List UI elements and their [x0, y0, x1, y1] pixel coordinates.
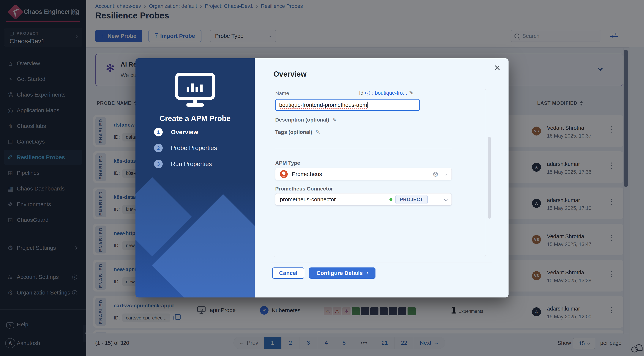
text-caret — [368, 102, 368, 108]
chevron-down-icon — [444, 198, 448, 201]
apm-type-select[interactable]: Prometheus ⊗ — [275, 168, 452, 180]
tags-row: Tags (optional) ✎ — [275, 129, 320, 135]
edit-description-icon[interactable]: ✎ — [332, 116, 337, 123]
modal-title: Create a APM Probe — [136, 114, 255, 123]
cancel-button[interactable]: Cancel — [272, 268, 304, 279]
probe-id-row: Id i : boutique-fro... ✎ — [359, 90, 414, 96]
close-icon[interactable]: × — [494, 62, 500, 73]
description-row: Description (optional) ✎ — [275, 116, 337, 123]
modal-form-panel: × Overview Name Id i : boutique-fro... ✎… — [255, 58, 508, 298]
prometheus-connector-select[interactable]: prometheus-connector PROJECT — [275, 193, 452, 206]
apm-monitor-icon — [174, 72, 216, 109]
form-heading: Overview — [273, 70, 306, 78]
edit-id-icon[interactable]: ✎ — [409, 90, 414, 96]
probe-id-value: : boutique-fro... — [372, 90, 407, 96]
wizard-step-run-properties[interactable]: 3 Run Properties — [154, 160, 212, 168]
chevron-down-icon — [444, 172, 448, 176]
chaos-engineering-app: Chaos Engineering ▢ PROJECT Chaos-Dev1 ⌂… — [0, 0, 644, 356]
wizard-step-probe-properties[interactable]: 2 Probe Properties — [154, 144, 217, 152]
probe-name-input[interactable]: boutique-frontend-prometheus-apm — [275, 99, 420, 111]
chevron-right-icon — [366, 272, 368, 274]
scope-badge: PROJECT — [396, 195, 428, 204]
modal-wizard-panel: Create a APM Probe 1 Overview 2 Probe Pr… — [136, 58, 255, 298]
apm-type-label: APM Type — [275, 160, 300, 166]
connector-label: Prometheus Connector — [275, 186, 333, 192]
form-scrollbar[interactable] — [488, 136, 491, 219]
form-outer-border — [271, 262, 492, 262]
name-label: Name — [275, 90, 289, 96]
info-icon[interactable]: i — [365, 90, 370, 96]
configure-details-button[interactable]: Configure Details — [309, 268, 376, 279]
create-apm-probe-modal: Create a APM Probe 1 Overview 2 Probe Pr… — [136, 58, 508, 298]
wizard-step-overview[interactable]: 1 Overview — [154, 128, 198, 136]
prometheus-icon — [280, 170, 288, 178]
edit-tags-icon[interactable]: ✎ — [316, 129, 320, 135]
connector-status-dot — [390, 198, 392, 201]
clear-selection-icon[interactable]: ⊗ — [432, 170, 438, 178]
